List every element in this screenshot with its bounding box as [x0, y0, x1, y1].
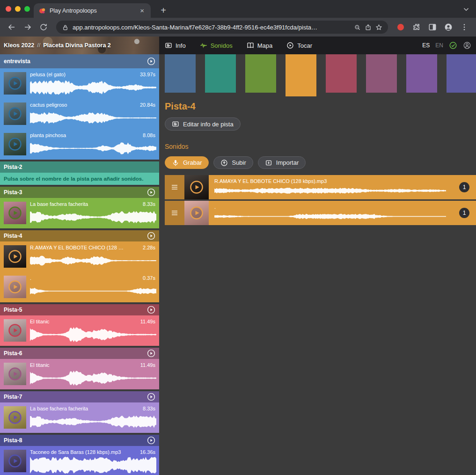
clip-row[interactable]: La base fachera facherita 8.33s: [0, 402, 159, 433]
sound-play-icon[interactable]: [190, 180, 204, 194]
record-button[interactable]: Grabar: [165, 156, 209, 169]
sound-row[interactable]: R.AMAYA Y EL BOBOTE CHICO (128 kbps).mp3…: [165, 175, 476, 199]
track-header[interactable]: Pista-6: [0, 348, 159, 359]
track-color-swatch[interactable]: [245, 54, 276, 93]
url-text[interactable]: app.antropoloops.com/Kleos-Santa-Marina/…: [73, 24, 317, 31]
track-color-swatch[interactable]: [406, 54, 437, 93]
browser-tab[interactable]: Play Antropoloops ×: [34, 3, 151, 18]
clip-thumbnail[interactable]: [4, 202, 26, 224]
track-header[interactable]: Pista-8: [0, 435, 159, 446]
clip-row[interactable]: pelusa (el gato) 33.97s: [0, 68, 159, 99]
track-header[interactable]: Pista-3: [0, 187, 159, 198]
track-play-button[interactable]: [147, 232, 155, 240]
close-window-button[interactable]: [6, 6, 11, 12]
address-bar[interactable]: app.antropoloops.com/Kleos-Santa-Marina/…: [56, 21, 388, 34]
clip-row[interactable]: planta pinchosa 8.08s: [0, 129, 159, 160]
track-header[interactable]: Pista-2: [0, 161, 159, 173]
clip-row[interactable]: La base fachera facherita 8.33s: [0, 198, 159, 228]
tab-sonidos[interactable]: Sonidos: [200, 42, 233, 49]
clip-row[interactable]: Taconeo de Sara Baras (128 kbps).mp3 16.…: [0, 446, 159, 475]
clip-waveform[interactable]: [30, 209, 156, 226]
clip-play-icon[interactable]: [8, 367, 22, 381]
clip-play-icon[interactable]: [8, 280, 22, 294]
browser-menu-icon[interactable]: [457, 20, 471, 34]
track-play-button[interactable]: [147, 436, 155, 445]
tab-mapa[interactable]: Mapa: [247, 42, 273, 49]
sound-play-icon[interactable]: [190, 206, 204, 220]
clip-waveform[interactable]: [30, 457, 156, 474]
clip-waveform[interactable]: [30, 370, 156, 387]
new-tab-button[interactable]: +: [156, 3, 170, 17]
clip-play-icon[interactable]: [8, 206, 22, 220]
tab-close-icon[interactable]: ×: [138, 6, 146, 15]
track-header[interactable]: Pista-5: [0, 304, 159, 315]
clip-thumbnail[interactable]: [4, 102, 26, 125]
side-panel-icon[interactable]: [425, 20, 439, 34]
sound-thumbnail[interactable]: [184, 201, 209, 225]
extensions-puzzle-icon[interactable]: [410, 20, 424, 34]
clip-play-icon[interactable]: [8, 410, 22, 424]
clip-row[interactable]: . 0.37s: [0, 272, 159, 302]
import-button[interactable]: Importar: [258, 156, 306, 169]
account-icon[interactable]: [463, 41, 471, 50]
track-play-button[interactable]: [147, 306, 155, 314]
zoom-icon[interactable]: [354, 24, 361, 31]
clip-waveform[interactable]: [30, 79, 156, 96]
sound-row[interactable]: . 1: [165, 201, 476, 225]
track-play-button[interactable]: [147, 57, 155, 66]
bookmark-star-icon[interactable]: [375, 24, 382, 31]
minimize-window-button[interactable]: [15, 6, 21, 12]
clip-thumbnail[interactable]: [4, 363, 26, 385]
lang-es[interactable]: ES: [422, 42, 430, 49]
clip-play-icon[interactable]: [8, 107, 22, 121]
sound-waveform[interactable]: [214, 211, 446, 222]
track-header[interactable]: Pista-7: [0, 391, 159, 402]
clip-thumbnail[interactable]: [4, 72, 26, 95]
share-icon[interactable]: [365, 24, 372, 31]
drag-handle[interactable]: [165, 201, 184, 225]
lang-en[interactable]: EN: [435, 42, 443, 49]
track-color-swatch-selected[interactable]: [286, 54, 316, 96]
clip-waveform[interactable]: [30, 326, 156, 343]
clip-play-icon[interactable]: [8, 76, 22, 90]
back-button[interactable]: [5, 20, 19, 34]
clip-row[interactable]: R.AMAYA Y EL BOBOTE CHICO (128 kbps).mp3…: [0, 241, 159, 272]
clip-thumbnail[interactable]: [4, 450, 26, 472]
profile-avatar-icon[interactable]: [441, 20, 455, 34]
track-color-swatch[interactable]: [326, 54, 357, 93]
reload-button[interactable]: [37, 20, 51, 34]
recording-extension-icon[interactable]: [397, 24, 404, 30]
clip-row[interactable]: cactus peligroso 20.84s: [0, 99, 159, 129]
clip-thumbnail[interactable]: [4, 245, 26, 268]
upload-button[interactable]: Subir: [213, 156, 253, 169]
clip-waveform[interactable]: [30, 252, 156, 269]
tab-info[interactable]: Info: [165, 42, 186, 49]
fullscreen-window-button[interactable]: [24, 6, 30, 12]
clip-waveform[interactable]: [30, 140, 156, 157]
clip-row[interactable]: El titanic 11.49s: [0, 315, 159, 346]
clip-row[interactable]: El titanic 11.49s: [0, 359, 159, 389]
clip-waveform[interactable]: [30, 413, 156, 430]
track-color-swatch[interactable]: [205, 54, 236, 93]
clip-thumbnail[interactable]: [4, 133, 26, 155]
track-header[interactable]: entrevista: [0, 54, 159, 68]
clip-play-icon[interactable]: [8, 137, 22, 151]
clip-play-icon[interactable]: [8, 323, 22, 337]
project-banner[interactable]: Kleos 2022 // Placeta Divina Pastora 2: [0, 37, 159, 54]
clip-play-icon[interactable]: [8, 249, 22, 263]
track-play-button[interactable]: [147, 349, 155, 358]
tab-tocar[interactable]: Tocar: [286, 42, 312, 49]
forward-button[interactable]: [21, 20, 35, 34]
track-play-button[interactable]: [147, 393, 155, 401]
track-color-swatch[interactable]: [366, 54, 397, 93]
track-color-swatch[interactable]: [165, 54, 196, 93]
track-color-swatch[interactable]: [447, 54, 476, 93]
track-play-button[interactable]: [147, 188, 155, 197]
clip-thumbnail[interactable]: [4, 406, 26, 429]
tab-search-chevron-icon[interactable]: [462, 5, 470, 14]
sound-waveform[interactable]: [214, 185, 446, 196]
sound-thumbnail[interactable]: [184, 175, 209, 199]
clip-thumbnail[interactable]: [4, 276, 26, 298]
clip-play-icon[interactable]: [8, 454, 22, 468]
clip-thumbnail[interactable]: [4, 319, 26, 342]
